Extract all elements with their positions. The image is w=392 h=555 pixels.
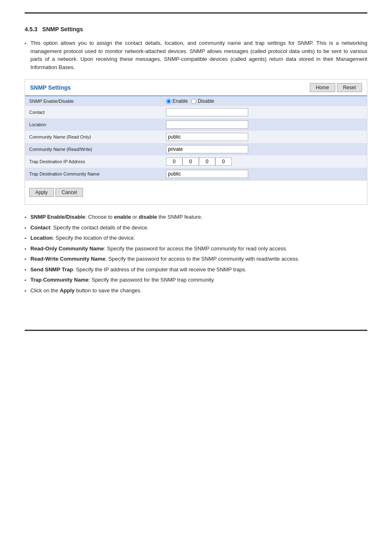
- trap-community-control: [162, 168, 367, 180]
- desc-item-apply: Click on the Apply button to save the ch…: [25, 287, 367, 295]
- section-title: SNMP Settings: [42, 26, 83, 32]
- home-button[interactable]: Home: [310, 83, 335, 92]
- disable-radio[interactable]: [191, 99, 196, 104]
- section-number: 4.5.3: [25, 26, 37, 32]
- community-readonly-control: [162, 131, 367, 143]
- action-buttons-group: Apply Cancel: [29, 184, 363, 201]
- section-heading: 4.5.3 SNMP Settings: [25, 26, 367, 32]
- apply-button[interactable]: Apply: [29, 188, 54, 197]
- table-row: Trap Destination IP Address: [25, 155, 367, 168]
- table-row: Community Name (Read/Write): [25, 143, 367, 155]
- bottom-divider: [25, 330, 367, 331]
- contact-input[interactable]: [166, 108, 248, 116]
- intro-bullet: This option allows you to assign the con…: [25, 39, 367, 71]
- enable-radio[interactable]: [166, 99, 171, 104]
- snmp-enable-disable-control: Enable Disable: [162, 96, 367, 106]
- desc-item-snmp-enable: SNMP Enable/Disable: Choose to enable or…: [25, 213, 367, 221]
- snmp-header-buttons: Home Reset: [310, 83, 362, 92]
- ip-octet-4[interactable]: [215, 157, 232, 166]
- snmp-enable-disable-label: SNMP Enable/Disable: [25, 96, 162, 106]
- snmp-panel: SNMP Settings Home Reset SNMP Enable/Dis…: [25, 79, 367, 205]
- community-readwrite-label: Community Name (Read/Write): [25, 143, 162, 155]
- table-row: SNMP Enable/Disable Enable Disable: [25, 96, 367, 106]
- desc-item-readonly: Read-Only Community Name: Specify the pa…: [25, 245, 367, 253]
- desc-item-send-trap: Send SNMP Trap: Specify the IP address o…: [25, 266, 367, 274]
- ip-octet-3[interactable]: [199, 157, 215, 166]
- location-label: Location: [25, 118, 162, 131]
- cancel-button[interactable]: Cancel: [55, 188, 83, 197]
- desc-item-readwrite: Read-Write Community Name: Specify the p…: [25, 255, 367, 263]
- community-readwrite-input[interactable]: [166, 145, 248, 153]
- reset-button[interactable]: Reset: [337, 83, 362, 92]
- snmp-radio-group: Enable Disable: [166, 98, 363, 104]
- ip-octet-1[interactable]: [166, 157, 182, 166]
- community-readonly-label: Community Name (Read Only): [25, 131, 162, 143]
- snmp-settings-table: SNMP Enable/Disable Enable Disable: [25, 96, 367, 180]
- community-readwrite-control: [162, 143, 367, 155]
- desc-item-location: Location: Specify the location of the de…: [25, 234, 367, 242]
- form-actions: Apply Cancel: [25, 180, 367, 204]
- contact-label: Contact: [25, 106, 162, 118]
- table-row: Contact: [25, 106, 367, 118]
- disable-label: Disable: [198, 98, 214, 104]
- location-input[interactable]: [166, 120, 248, 129]
- ip-address-group: [166, 157, 363, 166]
- contact-control: [162, 106, 367, 118]
- ip-octet-2[interactable]: [182, 157, 199, 166]
- disable-radio-label[interactable]: Disable: [191, 98, 214, 104]
- intro-list: This option allows you to assign the con…: [25, 39, 367, 71]
- trap-community-label: Trap Destination Community Name: [25, 168, 162, 180]
- table-row: Trap Destination Community Name: [25, 168, 367, 180]
- enable-radio-label[interactable]: Enable: [166, 98, 188, 104]
- location-control: [162, 118, 367, 131]
- trap-ip-control: [162, 155, 367, 168]
- trap-community-input[interactable]: [166, 170, 248, 178]
- trap-ip-label: Trap Destination IP Address: [25, 155, 162, 168]
- desc-item-contact: Contact: Specify the contact details of …: [25, 224, 367, 232]
- table-row: Location: [25, 118, 367, 131]
- snmp-panel-title: SNMP Settings: [30, 84, 71, 91]
- table-row: Community Name (Read Only): [25, 131, 367, 143]
- main-content: 4.5.3 SNMP Settings This option allows y…: [0, 14, 392, 313]
- desc-item-trap-community: Trap Community Name: Specify the passwor…: [25, 276, 367, 284]
- community-readonly-input[interactable]: [166, 133, 248, 141]
- description-list: SNMP Enable/Disable: Choose to enable or…: [25, 213, 367, 294]
- enable-label: Enable: [173, 98, 188, 104]
- snmp-panel-header: SNMP Settings Home Reset: [25, 80, 367, 96]
